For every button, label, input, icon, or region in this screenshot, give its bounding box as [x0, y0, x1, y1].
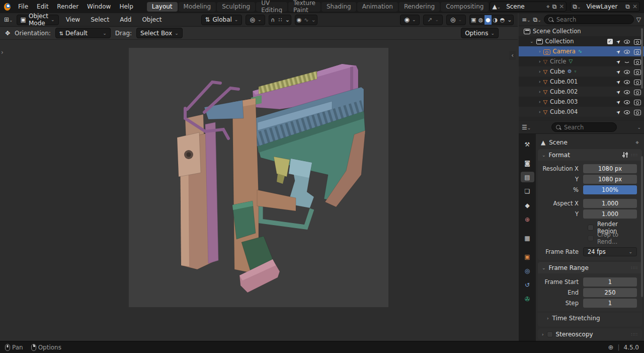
frame-end-field[interactable]: 250 [583, 288, 637, 297]
shading-material-icon[interactable]: ◑ [492, 15, 499, 25]
snap-chevron[interactable]: ⌄ [284, 15, 291, 25]
crop-to-render-checkbox[interactable] [588, 235, 594, 241]
expand-chevron[interactable]: › [539, 99, 541, 104]
mode-dropdown[interactable]: ▣ Object Mode ⌄ [17, 15, 59, 25]
hide-eye-icon[interactable] [624, 48, 630, 55]
shading-chevron[interactable]: ⌄ [506, 15, 513, 25]
format-panel-header[interactable]: ⌄ Format ∷∷ [538, 149, 642, 161]
frame-range-panel-header[interactable]: ⌄ Frame Range ∷∷ [538, 262, 642, 273]
render-visibility-icon[interactable] [634, 89, 641, 95]
properties-search[interactable] [551, 122, 617, 132]
menu-file[interactable]: File [14, 2, 32, 11]
hide-eye-icon[interactable] [624, 89, 630, 95]
row-cube[interactable]: › ▽ Cube ⚙ ▿ ➤ [519, 66, 644, 77]
collapse-chevron[interactable]: ⌄ [530, 39, 534, 44]
hide-eye-icon[interactable] [624, 38, 630, 45]
render-region-checkbox[interactable] [588, 225, 594, 231]
editor-type-button[interactable]: ⊞⌄ [4, 17, 13, 23]
render-visibility-icon[interactable] [634, 38, 641, 45]
selectable-icon[interactable]: ➤ [615, 68, 621, 75]
tab-sculpting[interactable]: Sculpting [217, 2, 255, 12]
3d-viewport[interactable]: › ‹ [0, 40, 518, 341]
tab-view-layer[interactable]: ❏ [521, 186, 534, 196]
remove-view-layer-icon[interactable]: ✕ [632, 4, 637, 10]
toolbar-expand-chevron[interactable]: › [1, 49, 4, 56]
panel-grip[interactable]: ∷∷ [631, 265, 638, 270]
tab-object-data[interactable]: ✇ [521, 294, 534, 304]
tab-rendering[interactable]: Rendering [399, 2, 440, 12]
panel-grip[interactable]: ∷∷ [631, 153, 638, 158]
menu-select[interactable]: Select [87, 16, 113, 23]
row-cube-001[interactable]: › ▽ Cube.001 ➤ [519, 77, 644, 87]
expand-chevron[interactable]: › [539, 59, 541, 64]
expand-chevron[interactable]: › [539, 69, 541, 74]
render-visibility-icon[interactable] [634, 99, 641, 105]
expand-chevron[interactable]: › [539, 109, 541, 114]
tab-compositing[interactable]: Compositing [441, 2, 489, 12]
tab-animation[interactable]: Animation [357, 2, 398, 12]
row-scene-collection[interactable]: Scene Collection [519, 26, 644, 36]
pistol-model[interactable] [129, 48, 388, 307]
aspect-y-field[interactable]: 1.000 [583, 209, 637, 219]
menu-add[interactable]: Add [116, 16, 135, 23]
row-cube-004[interactable]: › ▽ Cube.004 ➤ [519, 107, 644, 117]
breadcrumb-label[interactable]: Scene [549, 139, 568, 146]
selectable-icon[interactable]: ➤ [615, 78, 621, 85]
row-circle[interactable]: › ▽ Circle ▽ ➤ [519, 56, 644, 66]
aspect-x-field[interactable]: 1.000 [583, 199, 637, 208]
menu-view[interactable]: View [62, 16, 84, 23]
frame-start-field[interactable]: 1 [583, 277, 637, 287]
outliner-search[interactable] [544, 15, 634, 24]
menu-window[interactable]: Window [83, 2, 115, 11]
selectable-icon[interactable]: ➤ [615, 98, 621, 105]
pin-icon[interactable]: ⌖ [635, 139, 639, 146]
format-presets-icon[interactable] [622, 152, 628, 158]
selectable-icon[interactable]: ➤ [615, 108, 621, 115]
scene-name[interactable]: Scene [503, 3, 528, 10]
tab-texture-paint[interactable]: Texture Paint [288, 2, 320, 12]
tab-physics[interactable]: ↺ [521, 279, 534, 290]
expand-chevron[interactable]: › [539, 89, 541, 94]
tab-tool[interactable]: ⚒ [521, 139, 534, 150]
tab-scene[interactable]: ◆ [521, 200, 534, 210]
filter-collection-icon[interactable]: ⧉⌄ [533, 17, 541, 23]
pin-scene-icon[interactable]: ⌖ [546, 4, 550, 10]
expand-chevron[interactable]: › [539, 79, 541, 84]
network-globe-icon[interactable]: ⊕ [608, 344, 614, 350]
row-cube-002[interactable]: › ▽ Cube.002 ➤ [519, 87, 644, 97]
scene-icon[interactable]: ▲⌄ [492, 4, 501, 10]
tab-collection[interactable]: ▦ [521, 233, 534, 243]
tab-output[interactable]: ▤ [521, 172, 534, 182]
frame-rate-dropdown[interactable]: 24 fps ⌄ [583, 247, 637, 256]
outliner-search-input[interactable] [556, 16, 629, 23]
falloff-curve-icon[interactable]: ∿ [303, 15, 310, 25]
hide-eye-icon[interactable] [624, 79, 630, 85]
stereoscopy-checkbox[interactable] [547, 331, 553, 337]
resolution-percent-slider[interactable]: 100% [583, 185, 637, 194]
overlays-dropdown[interactable]: ◎⌄ [446, 15, 466, 25]
display-mode-dropdown[interactable]: ≡⌄ [522, 17, 531, 23]
pivot-point-dropdown[interactable]: ◎⌄ [246, 15, 265, 25]
tab-constraints[interactable]: ◎ [521, 265, 534, 276]
menu-object[interactable]: Object [138, 16, 165, 23]
properties-editor-type-button[interactable]: ☰⌄ [522, 124, 531, 130]
unlink-scene-icon[interactable]: ✕ [559, 4, 564, 10]
menu-render[interactable]: Render [53, 2, 83, 11]
row-cube-003[interactable]: › ▽ Cube.003 ➤ [519, 97, 644, 107]
tab-object[interactable]: ▣ [521, 251, 534, 262]
tab-modeling[interactable]: Modeling [179, 2, 216, 12]
menu-help[interactable]: Help [115, 2, 137, 11]
proportional-edit-icon[interactable]: ◉ [295, 15, 302, 25]
toggle-xray-icon[interactable]: ▣ [470, 15, 477, 25]
expand-chevron[interactable]: › [539, 49, 541, 54]
filter-funnel-icon[interactable]: ▽ [636, 17, 641, 23]
render-visibility-icon[interactable] [634, 79, 641, 85]
selectable-icon[interactable]: ➤ [615, 88, 621, 95]
hide-eye-icon[interactable] [624, 99, 630, 105]
render-visibility-icon[interactable] [634, 48, 641, 55]
render-visibility-icon[interactable] [634, 58, 641, 65]
snap-settings-icon[interactable]: ∷ [277, 15, 284, 25]
selectable-icon[interactable]: ➤ [615, 48, 621, 55]
orientation-setting-dropdown[interactable]: ⇅ Default ⌄ [55, 28, 111, 38]
hide-eye-icon[interactable] [624, 109, 630, 115]
